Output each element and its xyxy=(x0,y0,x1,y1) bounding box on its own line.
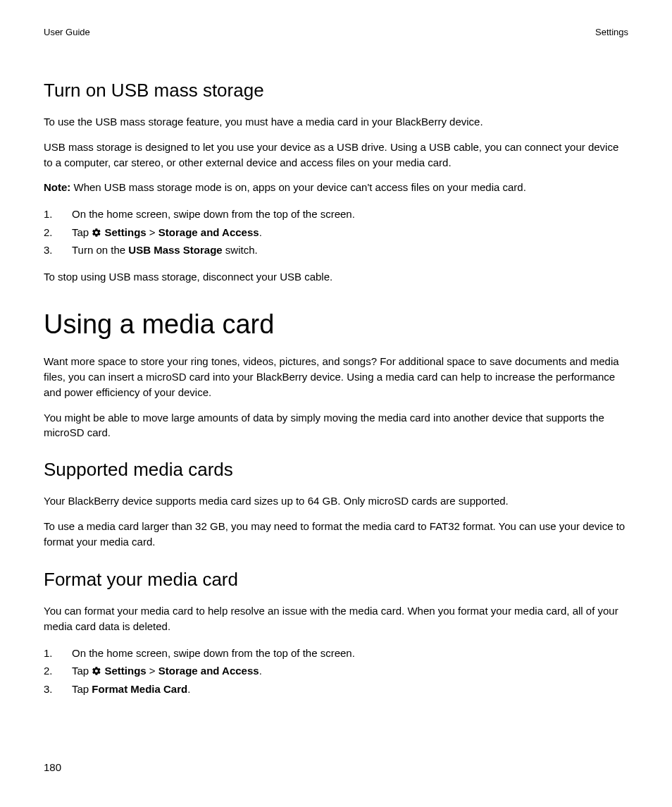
document-page: User Guide Settings Turn on USB mass sto… xyxy=(0,0,672,807)
page-header: User Guide Settings xyxy=(44,27,628,37)
step-item: Turn on the USB Mass Storage switch. xyxy=(44,241,628,259)
steps-format-media-card: On the home screen, swipe down from the … xyxy=(44,644,628,698)
page-number: 180 xyxy=(44,761,61,773)
step-item: On the home screen, swipe down from the … xyxy=(44,205,628,223)
step-item: On the home screen, swipe down from the … xyxy=(44,644,628,663)
gear-icon xyxy=(92,225,101,235)
body-text: You can format your media card to help r… xyxy=(44,603,628,634)
settings-label: Settings xyxy=(101,665,146,677)
step-text: Tap xyxy=(72,665,92,677)
note-text: Note: When USB mass storage mode is on, … xyxy=(44,180,628,195)
step-item: Tap Format Media Card. xyxy=(44,680,628,698)
step-text: Tap xyxy=(72,683,92,695)
body-text: You might be able to move large amounts … xyxy=(44,410,628,441)
body-text: To use the USB mass storage feature, you… xyxy=(44,114,628,130)
section-title-usb-mass-storage: Turn on USB mass storage xyxy=(44,80,628,101)
section-title-format-media-card: Format your media card xyxy=(44,569,628,591)
note-label: Note: xyxy=(44,181,70,193)
steps-usb-mass-storage: On the home screen, swipe down from the … xyxy=(44,205,628,259)
path-label: Storage and Access xyxy=(158,226,259,238)
section-title-supported-media-cards: Supported media cards xyxy=(44,459,628,481)
settings-label: Settings xyxy=(101,226,146,238)
separator: > xyxy=(147,226,158,238)
body-text: To stop using USB mass storage, disconne… xyxy=(44,269,628,285)
step-text: . xyxy=(259,226,262,238)
body-text: USB mass storage is designed to let you … xyxy=(44,140,628,171)
body-text: Your BlackBerry device supports media ca… xyxy=(44,493,628,509)
body-text: Want more space to store your ring tones… xyxy=(44,354,628,400)
note-body: When USB mass storage mode is on, apps o… xyxy=(70,181,526,193)
step-item: Tap Settings > Storage and Access. xyxy=(44,223,628,242)
gear-icon xyxy=(92,663,101,673)
bold-label: USB Mass Storage xyxy=(128,244,222,256)
header-left: User Guide xyxy=(44,27,90,37)
step-text: Tap xyxy=(72,226,92,238)
step-text: . xyxy=(259,665,262,677)
step-item: Tap Settings > Storage and Access. xyxy=(44,662,628,680)
body-text: To use a media card larger than 32 GB, y… xyxy=(44,519,628,550)
path-label: Storage and Access xyxy=(158,665,259,677)
step-text: Turn on the xyxy=(72,244,128,256)
section-title-using-media-card: Using a media card xyxy=(44,309,628,340)
header-right: Settings xyxy=(595,27,628,37)
step-text: switch. xyxy=(223,244,258,256)
bold-label: Format Media Card xyxy=(92,683,187,695)
separator: > xyxy=(147,665,158,677)
step-text: . xyxy=(187,683,190,695)
